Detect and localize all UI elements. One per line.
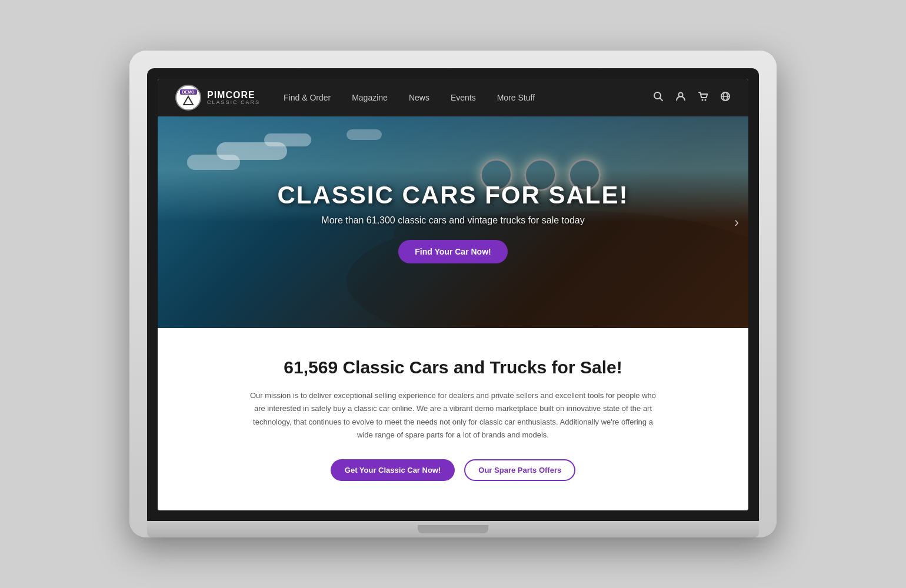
logo-text: PIMCORE CLASSIC CARS <box>207 90 260 106</box>
laptop-base <box>147 521 759 537</box>
content-description: Our mission is to deliver exceptional se… <box>247 389 659 441</box>
hero-next-arrow[interactable]: › <box>734 214 739 230</box>
laptop-mockup: DEMO PIMCORE CLASSIC CARS Find & Order M… <box>129 51 777 537</box>
logo-icon <box>181 95 195 106</box>
logo-brand: PIMCORE <box>207 90 260 101</box>
cart-icon[interactable] <box>698 91 708 105</box>
content-buttons: Get Your Classic Car Now! Our Spare Part… <box>228 459 678 481</box>
hero-subtitle: More than 61,300 classic cars and vintag… <box>321 215 584 226</box>
content-section: 61,569 Classic Cars and Trucks for Sale!… <box>158 328 748 510</box>
demo-badge: DEMO <box>180 89 197 95</box>
nav-magazine[interactable]: Magazine <box>352 93 388 102</box>
globe-icon[interactable] <box>720 91 731 105</box>
screen: DEMO PIMCORE CLASSIC CARS Find & Order M… <box>158 79 748 510</box>
svg-point-5 <box>705 99 707 101</box>
nav-news[interactable]: News <box>409 93 429 102</box>
user-icon[interactable] <box>675 91 686 105</box>
nav-find-order[interactable]: Find & Order <box>284 93 331 102</box>
nav-more-stuff[interactable]: More Stuff <box>497 93 535 102</box>
get-classic-car-button[interactable]: Get Your Classic Car Now! <box>331 459 455 481</box>
find-car-button[interactable]: Find Your Car Now! <box>398 240 507 263</box>
laptop-notch <box>418 525 488 533</box>
logo[interactable]: DEMO PIMCORE CLASSIC CARS <box>175 85 260 111</box>
hero-content: CLASSIC CARS FOR SALE! More than 61,300 … <box>158 116 748 328</box>
svg-point-4 <box>702 99 704 101</box>
hero-title: CLASSIC CARS FOR SALE! <box>277 181 628 209</box>
hero-section: CLASSIC CARS FOR SALE! More than 61,300 … <box>158 116 748 328</box>
search-icon[interactable] <box>653 91 664 105</box>
spare-parts-button[interactable]: Our Spare Parts Offers <box>464 459 575 481</box>
logo-circle: DEMO <box>175 85 201 111</box>
logo-subtitle: CLASSIC CARS <box>207 100 260 106</box>
nav-events[interactable]: Events <box>451 93 476 102</box>
screen-bezel: DEMO PIMCORE CLASSIC CARS Find & Order M… <box>147 68 759 520</box>
nav-icons <box>653 91 731 105</box>
svg-line-2 <box>660 98 663 101</box>
nav-links: Find & Order Magazine News Events More S… <box>284 93 653 102</box>
content-title: 61,569 Classic Cars and Trucks for Sale! <box>228 358 678 377</box>
navbar: DEMO PIMCORE CLASSIC CARS Find & Order M… <box>158 79 748 116</box>
